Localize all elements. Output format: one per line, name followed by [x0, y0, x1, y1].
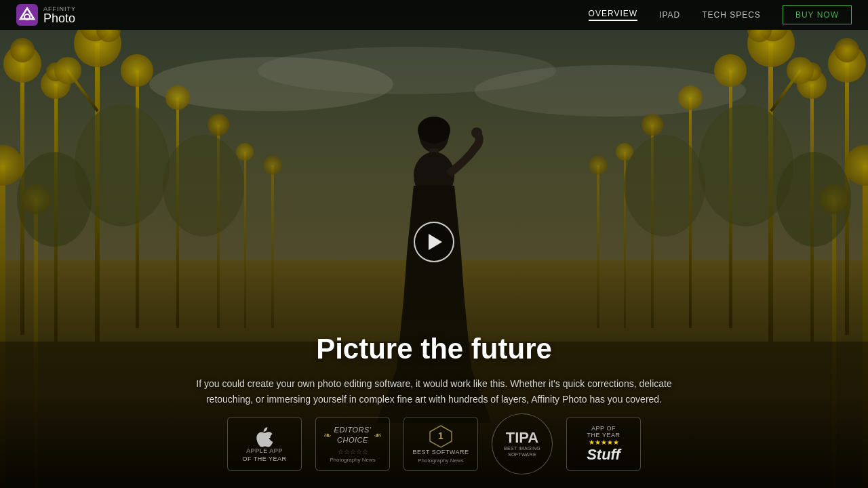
nav-overview[interactable]: OVERVIEW — [589, 9, 637, 21]
hero-section: Picture the future If you could create y… — [0, 0, 868, 488]
editors-source: Photography News — [330, 457, 376, 463]
svg-text:1: 1 — [438, 430, 443, 441]
hero-title: Picture the future — [0, 333, 868, 365]
tipa-subtitle: BEST IMAGINGSOFTWARE — [504, 445, 540, 458]
logo[interactable]: AFFINITY Photo — [16, 4, 76, 26]
editors-stars: ☆☆☆☆☆ — [338, 448, 368, 455]
stuff-title: APP OFTHE YEAR — [587, 425, 620, 439]
hero-content: Picture the future If you could create y… — [0, 333, 868, 407]
award-badges: APPLE APPOF THE YEAR ❧ Editors'Choice ❧ … — [0, 413, 868, 474]
stuff-brand: Stuff — [587, 446, 620, 464]
badge-editors-choice: ❧ Editors'Choice ❧ ☆☆☆☆☆ Photography New… — [315, 417, 390, 471]
badge-best-software: 1 BEST SOFTWARE Photography News — [403, 417, 478, 471]
hero-subtitle: If you could create your own photo editi… — [183, 376, 685, 407]
nav-ipad[interactable]: IPAD — [659, 10, 680, 20]
editors-choice-label: Editors'Choice — [334, 425, 372, 445]
play-button[interactable] — [414, 222, 454, 262]
play-icon — [429, 234, 442, 250]
stuff-stars: ★★★★★ — [589, 439, 619, 446]
badge-apple-label: APPLE APPOF THE YEAR — [242, 447, 286, 463]
badge-tipa: TIPA BEST IMAGINGSOFTWARE — [492, 413, 553, 474]
tipa-logo: TIPA — [506, 430, 538, 445]
apple-logo-icon — [256, 427, 273, 447]
buy-now-button[interactable]: BUY NOW — [783, 5, 852, 24]
hero-sky-bg — [0, 0, 868, 244]
best-software-icon: 1 — [429, 424, 453, 449]
nav-tech-specs[interactable]: TECH SPECS — [702, 10, 761, 20]
logo-text: AFFINITY Photo — [43, 6, 76, 24]
logo-photo: Photo — [43, 12, 76, 24]
best-software-label: BEST SOFTWARE — [412, 449, 469, 457]
navigation: AFFINITY Photo OVERVIEW IPAD TECH SPECS … — [0, 0, 868, 30]
badge-stuff: APP OFTHE YEAR ★★★★★ Stuff — [566, 417, 641, 471]
nav-links: OVERVIEW IPAD TECH SPECS BUY NOW — [589, 5, 852, 24]
best-software-source: Photography News — [418, 458, 464, 464]
badge-apple-app: APPLE APPOF THE YEAR — [227, 417, 302, 471]
affinity-logo-icon — [16, 4, 38, 26]
